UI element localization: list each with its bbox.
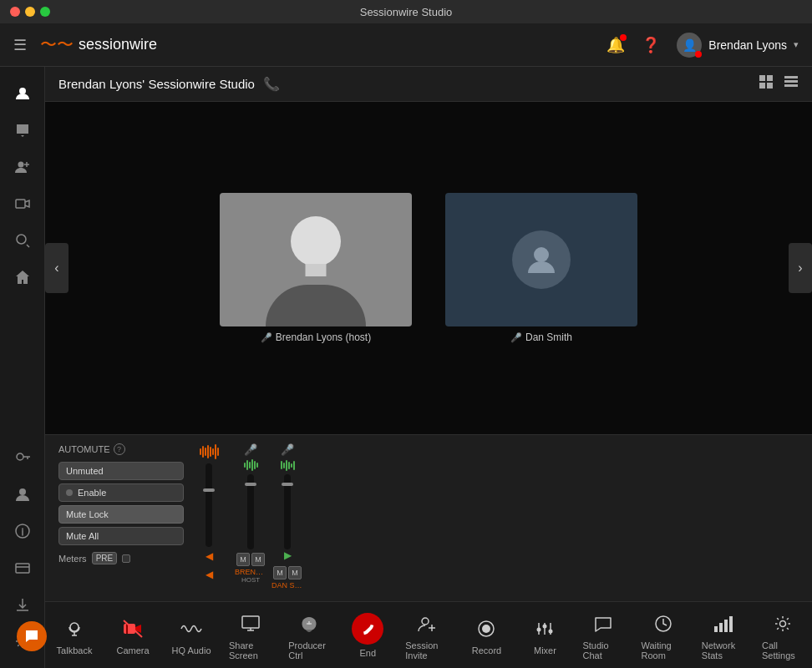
title-bar: Sessionwire Studio <box>0 0 812 23</box>
ch-brendan-m-button[interactable]: M <box>236 553 250 566</box>
grid-view-icon[interactable] <box>759 74 774 94</box>
ch-dan-m-button[interactable]: M <box>273 566 287 579</box>
notifications-icon[interactable]: 🔔 <box>606 36 625 54</box>
sidebar-item-search[interactable] <box>6 224 39 257</box>
session-invite-button[interactable]: Session Invite <box>397 605 457 665</box>
camera-icon <box>119 615 146 642</box>
waiting-room-icon <box>650 610 677 637</box>
share-screen-label: Share Screen <box>229 640 272 660</box>
user-name: Brendan Lyons <box>708 38 787 52</box>
ch-brendan-s-button[interactable]: M <box>251 553 265 566</box>
main-layout: Brendan Lyons' Sessionwire Studio 📞 ‹ <box>0 67 812 668</box>
next-button[interactable]: › <box>789 243 812 293</box>
camera-button[interactable]: Camera <box>104 610 162 660</box>
meters-row: Meters PRE <box>58 552 184 564</box>
studio-chat-button[interactable]: Studio Chat <box>574 605 632 665</box>
svg-point-24 <box>422 618 429 625</box>
svg-point-1 <box>18 162 23 168</box>
svg-point-17 <box>70 623 79 631</box>
svg-rect-15 <box>784 84 798 87</box>
mute-all-button[interactable]: Mute All <box>58 527 184 545</box>
mixer-icon <box>531 615 558 642</box>
sidebar-item-info[interactable] <box>6 514 39 548</box>
call-settings-label: Call Settings <box>762 640 804 660</box>
channel-brendan: 🎤 M M <box>234 443 267 584</box>
sidebar-item-card[interactable] <box>6 551 39 584</box>
master-fader-track[interactable] <box>206 463 212 547</box>
sidebar-item-user[interactable] <box>6 77 39 110</box>
pre-dot[interactable] <box>122 554 130 563</box>
call-active-icon: 📞 <box>263 76 280 92</box>
top-nav-right: 🔔 ❓ 👤 Brendan Lyons ▾ <box>606 33 799 58</box>
sidebar-item-key[interactable] <box>6 441 39 474</box>
svg-point-0 <box>19 88 26 94</box>
participant-label-brendan: 🎤 Brendan Lyons (host) <box>261 331 371 343</box>
ch-dan-label: DAN SMITH <box>272 581 303 590</box>
user-menu[interactable]: 👤 Brendan Lyons ▾ <box>677 33 799 58</box>
network-stats-label: Network Stats <box>702 640 745 660</box>
hamburger-menu[interactable]: ☰ <box>13 36 27 54</box>
automute-help-icon[interactable]: ? <box>114 443 125 455</box>
prev-button[interactable]: ‹ <box>45 243 69 293</box>
sidebar-item-person[interactable] <box>6 478 39 511</box>
call-settings-button[interactable]: Call Settings <box>754 605 812 665</box>
window-controls[interactable] <box>10 7 50 17</box>
svg-point-26 <box>482 625 490 633</box>
record-icon <box>473 615 500 642</box>
ch-dan-fader[interactable] <box>284 474 291 549</box>
close-button[interactable] <box>10 7 20 17</box>
minimize-button[interactable] <box>25 7 35 17</box>
logo-text: sessionwire <box>79 36 157 53</box>
ch-brendan-header: 🎤 <box>244 443 257 456</box>
list-view-icon[interactable] <box>784 74 799 94</box>
automute-panel: AUTOMUTE ? Unmuted Enable Mute Lock Mute… <box>58 443 184 593</box>
mute-lock-button[interactable]: Mute Lock <box>58 505 184 524</box>
network-stats-button[interactable]: Network Stats <box>693 605 754 665</box>
waiting-room-button[interactable]: Waiting Room <box>632 605 693 665</box>
talkback-button[interactable]: Talkback <box>45 610 104 660</box>
ch-brendan-bottom: M M <box>236 553 265 566</box>
mixer-button[interactable]: Mixer <box>515 610 574 660</box>
fader-arrow-down: ◀ <box>206 550 213 562</box>
enable-button[interactable]: Enable <box>58 483 184 502</box>
record-button[interactable]: Record <box>457 610 515 660</box>
unmuted-button[interactable]: Unmuted <box>58 462 184 480</box>
talkback-icon <box>61 615 88 642</box>
end-call-button[interactable]: End <box>338 608 397 663</box>
ch-brendan-sublabel: HOST <box>241 576 260 584</box>
svg-rect-37 <box>729 616 733 632</box>
maximize-button[interactable] <box>40 7 50 17</box>
top-nav: ☰ 〜〜 sessionwire 🔔 ❓ 👤 Brendan Lyons ▾ <box>0 23 812 67</box>
producer-ctrl-button[interactable]: Producer Ctrl <box>280 605 338 665</box>
hq-audio-button[interactable]: HQ Audio <box>162 610 221 660</box>
svg-rect-14 <box>784 80 798 83</box>
help-icon[interactable]: ❓ <box>642 36 660 54</box>
end-call-icon <box>352 613 383 645</box>
participants-container: 🎤 Brendan Lyons (host) <box>45 193 812 343</box>
master-fader: ◀ ◀ <box>194 443 224 593</box>
sidebar-item-add-user[interactable] <box>6 150 39 184</box>
studio-header: Brendan Lyons' Sessionwire Studio 📞 <box>45 67 812 102</box>
chat-bubble-button[interactable] <box>17 621 47 651</box>
producer-ctrl-icon <box>296 610 322 637</box>
sidebar-item-video[interactable] <box>6 187 39 220</box>
notification-badge <box>620 34 627 41</box>
ch-brendan-handle[interactable] <box>245 483 256 486</box>
ch-dan-s-button[interactable]: M <box>288 566 302 579</box>
participant-label-dan: 🎤 Dan Smith <box>510 331 572 343</box>
ch-brendan-fader[interactable] <box>247 474 254 549</box>
svg-rect-7 <box>16 564 29 573</box>
svg-rect-13 <box>784 76 798 78</box>
ch-dan-bottom: M M <box>273 566 302 579</box>
sidebar-item-home[interactable] <box>6 261 39 294</box>
master-fader-handle[interactable] <box>203 488 215 492</box>
svg-point-5 <box>19 488 26 495</box>
share-screen-button[interactable]: Share Screen <box>221 605 280 665</box>
svg-point-28 <box>537 627 541 631</box>
ch-brendan-waveform <box>244 458 258 473</box>
ch-dan-handle[interactable] <box>282 483 293 486</box>
sidebar-item-chat[interactable] <box>6 114 39 147</box>
sidebar-item-download[interactable] <box>6 588 39 621</box>
session-invite-label: Session Invite <box>405 640 449 660</box>
svg-rect-2 <box>16 200 25 208</box>
